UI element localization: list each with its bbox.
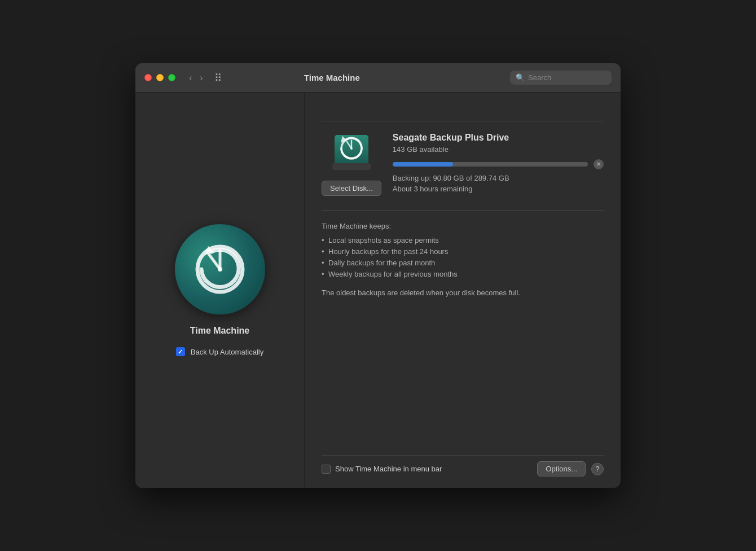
right-panel: Select Disk... Seagate Backup Plus Drive… bbox=[305, 93, 621, 488]
drive-svg bbox=[332, 133, 371, 173]
backup-remaining-text: About 3 hours remaining bbox=[393, 185, 604, 193]
close-button[interactable] bbox=[144, 74, 152, 81]
checkmark-icon: ✓ bbox=[178, 348, 183, 356]
info-keeps-label: Time Machine keeps: bbox=[322, 222, 604, 230]
search-bar[interactable]: 🔍 bbox=[510, 71, 612, 85]
progress-row: ✕ bbox=[393, 159, 604, 169]
select-disk-button[interactable]: Select Disk... bbox=[322, 181, 381, 196]
drive-name: Seagate Backup Plus Drive bbox=[393, 133, 604, 143]
info-note: The oldest backups are deleted when your… bbox=[322, 287, 604, 299]
info-section: Time Machine keeps: Local snapshots as s… bbox=[322, 222, 604, 455]
drive-icon-wrapper: Select Disk... bbox=[322, 133, 381, 196]
auto-backup-checkbox[interactable]: ✓ bbox=[176, 347, 185, 356]
svg-point-10 bbox=[350, 147, 353, 150]
svg-rect-6 bbox=[332, 163, 371, 170]
time-machine-icon bbox=[175, 224, 265, 314]
titlebar: ‹ › ⠿ Time Machine 🔍 bbox=[135, 63, 621, 93]
svg-line-1 bbox=[209, 254, 220, 269]
auto-backup-row: ✓ Back Up Automatically bbox=[176, 347, 263, 356]
progress-bar-fill bbox=[393, 162, 453, 167]
drive-info: Seagate Backup Plus Drive 143 GB availab… bbox=[393, 133, 604, 193]
tm-icon-svg bbox=[189, 238, 251, 300]
search-icon: 🔍 bbox=[516, 73, 525, 82]
window-title: Time Machine bbox=[161, 73, 503, 82]
menubar-checkbox[interactable] bbox=[322, 465, 331, 474]
drive-section: Select Disk... Seagate Backup Plus Drive… bbox=[322, 133, 604, 199]
list-item: Hourly backups for the past 24 hours bbox=[322, 247, 604, 256]
list-item: Weekly backups for all previous months bbox=[322, 270, 604, 278]
main-content: Time Machine ✓ Back Up Automatically bbox=[135, 93, 621, 488]
info-list: Local snapshots as space permits Hourly … bbox=[322, 236, 604, 278]
options-button[interactable]: Options... bbox=[537, 461, 586, 476]
cancel-backup-button[interactable]: ✕ bbox=[594, 159, 604, 169]
list-item: Local snapshots as space permits bbox=[322, 236, 604, 244]
drive-icon bbox=[329, 133, 374, 175]
left-panel: Time Machine ✓ Back Up Automatically bbox=[135, 93, 305, 488]
backup-progress-text: Backing up: 90.80 GB of 289.74 GB bbox=[393, 174, 604, 182]
auto-backup-label: Back Up Automatically bbox=[191, 348, 263, 356]
menubar-label: Show Time Machine in menu bar bbox=[335, 465, 442, 473]
progress-bar-background bbox=[393, 162, 588, 167]
top-divider bbox=[322, 121, 604, 121]
middle-divider bbox=[322, 210, 604, 211]
search-input[interactable] bbox=[528, 73, 601, 82]
system-preferences-window: ‹ › ⠿ Time Machine 🔍 bbox=[135, 63, 621, 488]
bottom-bar: Show Time Machine in menu bar Options...… bbox=[322, 455, 604, 476]
menubar-checkbox-row: Show Time Machine in menu bar bbox=[322, 465, 537, 474]
list-item: Daily backups for the past month bbox=[322, 259, 604, 267]
left-panel-title: Time Machine bbox=[190, 326, 250, 336]
svg-point-3 bbox=[218, 267, 222, 272]
help-button[interactable]: ? bbox=[591, 463, 604, 475]
drive-available: 143 GB available bbox=[393, 145, 604, 154]
